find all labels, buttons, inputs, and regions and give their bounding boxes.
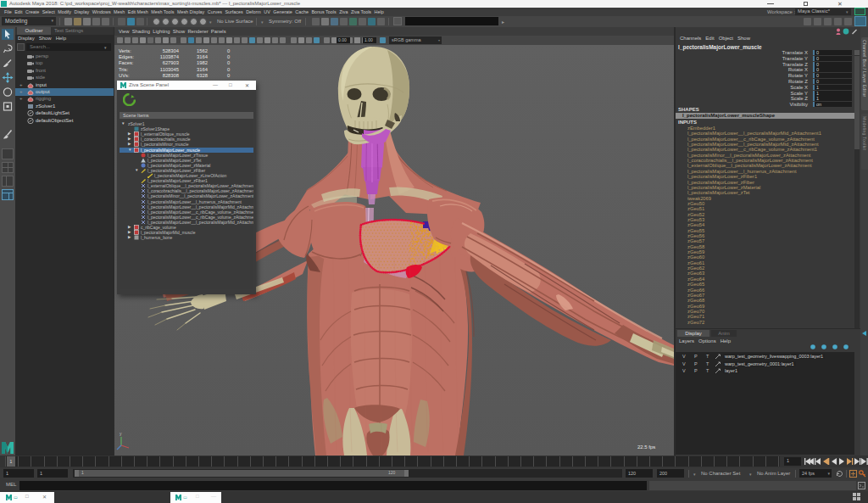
svg-text:1982: 1982 [197,60,208,65]
svg-text:3164: 3164 [197,54,209,59]
svg-text:22.5 fps: 22.5 fps [637,444,655,450]
svg-text:627903: 627903 [163,60,179,65]
svg-text:Faces:: Faces: [119,60,134,65]
svg-text:1103874: 1103874 [160,54,180,59]
svg-text:0: 0 [227,73,230,78]
svg-text:0: 0 [227,48,230,53]
svg-text:828308: 828308 [163,73,179,78]
svg-text:0: 0 [227,60,230,65]
svg-text:0: 0 [227,67,230,72]
svg-text:1103045: 1103045 [160,67,179,72]
svg-text:Edges:: Edges: [119,54,134,59]
svg-text:Tris:: Tris: [119,67,128,72]
svg-text:Verts:: Verts: [119,48,131,53]
svg-text:0: 0 [227,54,230,59]
svg-text:3164: 3164 [197,67,209,72]
svg-text:6328: 6328 [197,73,208,78]
svg-text:528304: 528304 [163,48,180,53]
svg-text:UVs:: UVs: [119,73,130,78]
svg-text:1562: 1562 [197,48,208,53]
